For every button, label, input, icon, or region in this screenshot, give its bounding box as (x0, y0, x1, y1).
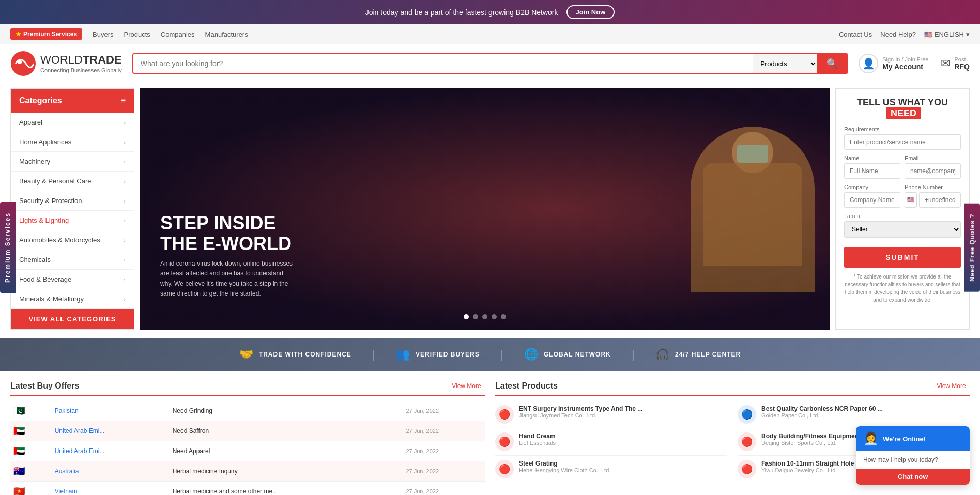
category-home-appliances[interactable]: Home Appliances › (11, 132, 134, 152)
premium-services-tab[interactable]: Premium Services (0, 202, 16, 293)
list-item[interactable]: 🔴 Hand Cream Lief Essentials (495, 428, 727, 456)
category-chemicals[interactable]: Chemicals › (11, 250, 134, 270)
flag-icon: 🇺🇸 (924, 30, 932, 38)
nav-contact[interactable]: Contact Us (839, 30, 872, 38)
category-lights[interactable]: Lights & Lighting › (11, 211, 134, 230)
language-selector[interactable]: 🇺🇸 ENGLISH ▾ (924, 30, 970, 38)
post-label: Post (954, 56, 970, 63)
category-beauty[interactable]: Beauty & Personal Care › (11, 172, 134, 191)
table-row[interactable]: 🇻🇳 Vietnam Herbal medicine and some othe… (10, 482, 485, 496)
form-title: TELL US WHAT YOU NEED (844, 97, 961, 119)
chevron-down-icon: ▾ (966, 30, 970, 38)
view-all-categories-button[interactable]: VIEW ALL CATEGORIES (11, 309, 134, 329)
phone-code-input[interactable] (919, 192, 961, 208)
headset-icon: 🎧 (655, 348, 670, 361)
search-input[interactable] (133, 54, 753, 73)
main-content: Categories ≡ Apparel › Home Appliances ›… (0, 88, 980, 330)
top-banner: Join today and be a part of the fastest … (0, 0, 980, 24)
sign-in-label: Sign In / Join Free (882, 56, 928, 63)
requirements-input[interactable] (844, 134, 961, 150)
hero-dot-3[interactable] (482, 314, 487, 319)
chat-now-button[interactable]: Chat now (856, 469, 970, 485)
category-security[interactable]: Security & Protection › (11, 191, 134, 211)
email-label: Email (905, 155, 961, 161)
list-item[interactable]: 🔵 Best Quality Carbonless NCR Paper 60 .… (738, 401, 970, 428)
my-account-action[interactable]: 👤 Sign In / Join Free My Account (859, 54, 928, 73)
arrow-icon: › (124, 198, 126, 204)
category-food[interactable]: Food & Beverage › (11, 270, 134, 289)
arrow-icon: › (124, 257, 126, 263)
globe-icon: 🌐 (524, 348, 539, 361)
bottom-sections: Latest Buy Offers - View More - 🇵🇰 Pakis… (0, 371, 980, 495)
chat-avatar-icon: 👩‍💼 (863, 431, 879, 446)
category-machinery[interactable]: Machinery › (11, 152, 134, 172)
chat-widget: 👩‍💼 We're Online! How may I help you tod… (856, 426, 970, 485)
search-category-select[interactable]: Products Companies Manufacturers Buyers (753, 54, 817, 73)
products-title: Latest Products (495, 381, 558, 391)
logo-trade: TRADE (83, 53, 122, 66)
hero-dot-1[interactable] (464, 314, 469, 319)
chat-body: How may I help you today? (856, 451, 970, 469)
join-now-button[interactable]: Join Now (566, 5, 615, 19)
users-icon: 👥 (396, 348, 410, 361)
logo[interactable]: WORLDTRADE Connecting Businesses Globall… (10, 51, 122, 76)
premium-services-badge[interactable]: ★ Premium Services (10, 28, 82, 40)
categories-panel: Categories ≡ Apparel › Home Appliances ›… (10, 88, 134, 330)
phone-label: Phone Number (905, 184, 961, 190)
products-header: Latest Products - View More - (495, 381, 970, 396)
i-am-select[interactable]: Seller Buyer (844, 221, 961, 238)
name-input[interactable] (844, 163, 900, 179)
star-icon: ★ (16, 30, 21, 38)
logo-world: WORLD (40, 53, 83, 66)
table-row[interactable]: 🇵🇰 Pakistan Need Grinding 27 Jun, 2022 (10, 401, 485, 421)
trust-trade-confidence: 🤝 TRADE WITH CONFIDENCE (239, 348, 351, 361)
hero-dot-5[interactable] (501, 314, 506, 319)
company-input[interactable] (844, 192, 900, 208)
products-viewmore[interactable]: - View More - (933, 382, 970, 390)
header: WORLDTRADE Connecting Businesses Globall… (0, 44, 980, 83)
name-label: Name (844, 155, 900, 161)
rfq-label: RFQ (954, 63, 970, 71)
chat-prompt: How may I help you today? (863, 456, 962, 463)
table-row[interactable]: 🇦🇺 Australia Herbal medicine Inquiry 27 … (10, 461, 485, 482)
submit-button[interactable]: SUBMIT (844, 247, 961, 268)
i-am-label: I am a (844, 213, 961, 219)
buy-offers-viewmore[interactable]: - View More - (448, 382, 485, 390)
nav-bar: ★ Premium Services Buyers Products Compa… (0, 24, 980, 44)
arrow-icon: › (124, 159, 126, 165)
table-row[interactable]: 🇦🇪 United Arab Emi... Need Saffron 27 Ju… (10, 421, 485, 441)
category-automobiles[interactable]: Automobiles & Motorcycles › (11, 230, 134, 250)
nav-buyers[interactable]: Buyers (93, 30, 113, 38)
envelope-icon: ✉ (941, 57, 950, 70)
category-apparel[interactable]: Apparel › (11, 113, 134, 132)
list-item[interactable]: 🔴 Steel Grating Hebel Hengying Wire Clot… (495, 456, 727, 483)
arrow-icon: › (124, 218, 126, 224)
form-footer: * To achieve our mission we provide all … (844, 273, 961, 304)
nav-products[interactable]: Products (124, 30, 150, 38)
hero-banner: STEP INSIDE THE E-WORLD Amid corona-viru… (140, 88, 830, 330)
category-minerals[interactable]: Minerals & Metallurgy › (11, 289, 134, 309)
svg-point-1 (18, 60, 22, 64)
svg-point-0 (11, 51, 36, 76)
table-row[interactable]: 🇦🇪 United Arab Emi... Need Apparel 27 Ju… (10, 441, 485, 461)
hero-body: Amid corona-virus lock-down, online busi… (160, 259, 295, 299)
search-button[interactable]: 🔍 (817, 54, 847, 73)
hero-dot-2[interactable] (473, 314, 478, 319)
handshake-icon: 🤝 (239, 348, 254, 361)
post-rfq-action[interactable]: ✉ Post RFQ (941, 56, 970, 71)
nav-companies[interactable]: Companies (161, 30, 195, 38)
hero-dot-4[interactable] (492, 314, 497, 319)
buy-offers-table: 🇵🇰 Pakistan Need Grinding 27 Jun, 2022 🇦… (10, 401, 485, 495)
email-input[interactable] (905, 163, 961, 179)
nav-help[interactable]: Need Help? (880, 30, 916, 38)
arrow-icon: › (124, 296, 126, 302)
nav-manufacturers[interactable]: Manufacturers (205, 30, 248, 38)
my-account-label: My Account (882, 63, 928, 71)
list-item[interactable]: 🔴 ENT Surgery Instruments Type And The .… (495, 401, 727, 428)
account-icon: 👤 (859, 54, 878, 73)
arrow-icon: › (124, 237, 126, 243)
buy-offers-header: Latest Buy Offers - View More - (10, 381, 485, 396)
hero-dots (464, 314, 506, 319)
free-quotes-tab[interactable]: Need Free Quotes ? (964, 203, 980, 291)
header-actions: 👤 Sign In / Join Free My Account ✉ Post … (859, 54, 970, 73)
